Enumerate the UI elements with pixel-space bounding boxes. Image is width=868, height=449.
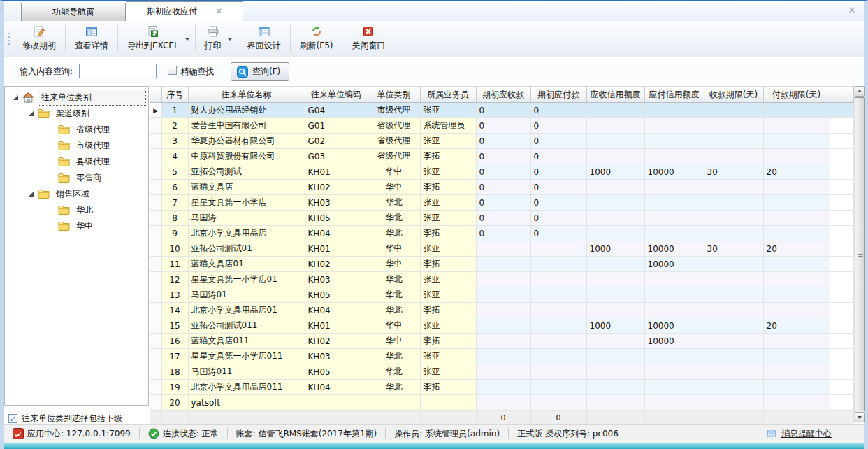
cell[interactable]: 张亚	[420, 318, 476, 334]
cell[interactable]	[644, 118, 704, 134]
cell[interactable]: 北京小学文具用品店011	[188, 380, 305, 395]
cell[interactable]: 0	[530, 164, 586, 180]
cell[interactable]	[476, 364, 530, 380]
cell[interactable]	[644, 103, 704, 118]
cell[interactable]: 马国涛	[188, 211, 305, 226]
export-excel-button[interactable]: 导出到EXCEL	[119, 21, 187, 57]
close-icon[interactable]: ✕	[846, 4, 858, 17]
cell[interactable]: KH01	[305, 164, 368, 180]
refresh-button[interactable]: 刷新(F5)	[291, 21, 342, 57]
cell[interactable]: KH02	[305, 180, 368, 195]
cell[interactable]	[763, 103, 830, 118]
cell[interactable]	[476, 241, 530, 257]
cell[interactable]: 华中	[368, 241, 420, 257]
cell[interactable]	[586, 180, 644, 195]
cell[interactable]: 财大办公用品经销处	[188, 103, 305, 118]
cell[interactable]	[763, 364, 830, 380]
cell[interactable]: 马国涛011	[188, 364, 305, 380]
print-button[interactable]: 打印	[196, 21, 230, 57]
tree-item-5[interactable]: 零售商	[5, 170, 148, 186]
tree-item-4[interactable]: 县级代理	[5, 154, 148, 170]
column-header[interactable]: 期初应付款	[530, 87, 586, 103]
cell[interactable]	[704, 103, 763, 118]
cell[interactable]	[704, 257, 763, 272]
cell[interactable]: 省级代理	[368, 149, 420, 164]
cell[interactable]: KH03	[305, 195, 368, 211]
cell[interactable]	[704, 180, 763, 195]
cell[interactable]: KH01	[305, 318, 368, 334]
vertical-scrollbar[interactable]	[854, 86, 864, 422]
cell[interactable]: 14	[161, 303, 188, 318]
cell[interactable]: 张亚	[420, 364, 476, 380]
cell[interactable]: 20	[161, 395, 188, 411]
cell[interactable]: 6	[161, 180, 188, 195]
cell[interactable]	[530, 349, 586, 364]
cell[interactable]	[644, 395, 704, 411]
cell[interactable]	[704, 303, 763, 318]
cell[interactable]	[586, 395, 644, 411]
cell[interactable]	[763, 257, 830, 272]
cell[interactable]: 张亚	[420, 195, 476, 211]
cell[interactable]	[704, 287, 763, 303]
cell[interactable]: 0	[476, 226, 530, 241]
cell[interactable]	[763, 226, 830, 241]
cell[interactable]: 10000	[644, 318, 704, 334]
tab-function-navigation[interactable]: 功能导航窗	[21, 3, 126, 21]
cell[interactable]: 省级代理	[368, 118, 420, 134]
cell[interactable]: 12	[161, 272, 188, 287]
cell[interactable]: 华北	[368, 349, 420, 364]
cell[interactable]	[704, 334, 763, 349]
tree-item-8[interactable]: 华中	[5, 218, 148, 234]
cell[interactable]	[530, 334, 586, 349]
cell[interactable]: 10000	[644, 257, 704, 272]
expand-triangle-icon[interactable]	[29, 111, 34, 116]
cell[interactable]	[704, 349, 763, 364]
cell[interactable]: 18	[161, 364, 188, 380]
cell[interactable]: 张亚	[420, 349, 476, 364]
column-header[interactable]: 付款期限(天)	[763, 87, 830, 103]
cell[interactable]	[704, 118, 763, 134]
cell[interactable]: 0	[476, 164, 530, 180]
cell[interactable]: 系统管理员	[420, 118, 476, 134]
cell[interactable]: 19	[161, 380, 188, 395]
cell[interactable]: KH04	[305, 303, 368, 318]
chevron-down-icon[interactable]	[227, 38, 233, 41]
cell[interactable]: 星星文具第一小学店01	[188, 272, 305, 287]
cell[interactable]	[476, 257, 530, 272]
scrollbar-thumb[interactable]	[855, 97, 865, 411]
cell[interactable]	[476, 303, 530, 318]
message-center-link[interactable]: 消息提醒中心	[766, 428, 832, 440]
tree-item-1[interactable]: 渠道级别	[5, 106, 148, 122]
cell[interactable]: 1	[161, 103, 188, 118]
cell[interactable]	[476, 380, 530, 395]
cell[interactable]	[586, 103, 644, 118]
table-row[interactable]: 4中原科贸股份有限公司G03省级代理李拓00	[150, 149, 853, 164]
cell[interactable]: 0	[530, 211, 586, 226]
expand-triangle-icon[interactable]	[29, 192, 34, 197]
cell[interactable]: 17	[161, 349, 188, 364]
cell[interactable]	[644, 211, 704, 226]
cell[interactable]: 李拓	[420, 226, 476, 241]
cell[interactable]	[763, 149, 830, 164]
cell[interactable]	[704, 149, 763, 164]
cell[interactable]: 华中	[368, 180, 420, 195]
column-header[interactable]: 应付信用额度	[644, 87, 704, 103]
cell[interactable]: 李拓	[420, 303, 476, 318]
view-details-button[interactable]: 查看详情	[66, 21, 117, 57]
cell[interactable]	[704, 395, 763, 411]
cell[interactable]: 1000	[586, 318, 644, 334]
cell[interactable]: 0	[530, 118, 586, 134]
cell[interactable]: yatsoft	[188, 395, 305, 411]
cell[interactable]	[644, 149, 704, 164]
cell[interactable]	[476, 349, 530, 364]
cell[interactable]: KH05	[305, 364, 368, 380]
search-input[interactable]	[79, 64, 157, 78]
cell[interactable]	[530, 364, 586, 380]
cell[interactable]: 北京小学文具用品店	[188, 226, 305, 241]
cell[interactable]	[763, 195, 830, 211]
cell[interactable]	[586, 287, 644, 303]
cell[interactable]: 华北	[368, 303, 420, 318]
column-header[interactable]: 单位类别	[368, 87, 420, 103]
cell[interactable]: 张亚	[420, 211, 476, 226]
cell[interactable]	[586, 118, 644, 134]
